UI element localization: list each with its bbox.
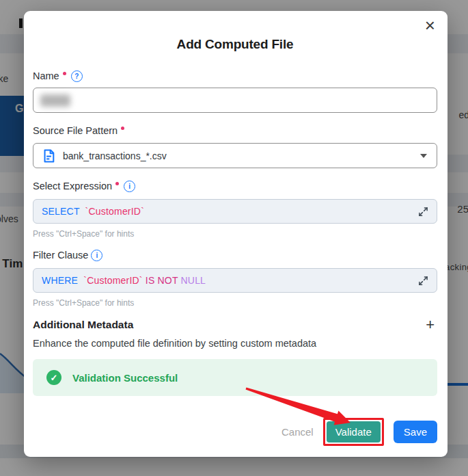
source-pattern-label: Source File Pattern <box>33 125 118 136</box>
close-icon[interactable]: × <box>425 16 435 34</box>
source-pattern-value: bank_transactions_*.csv <box>63 150 420 161</box>
chevron-down-icon <box>420 154 427 158</box>
annotation-highlight-box: Validate <box>323 418 384 446</box>
select-expression-code[interactable]: SELECT `CustomerID` <box>42 206 418 217</box>
filter-clause-label: Filter Clause <box>33 250 88 261</box>
validation-message: Validation Successful <box>72 372 178 384</box>
select-expression-label-row: Select Expression i <box>33 180 437 192</box>
info-icon[interactable]: i <box>124 181 135 192</box>
info-icon[interactable]: i <box>91 250 102 261</box>
validation-success-banner: ✓ Validation Successful <box>33 359 437 396</box>
required-dot-icon <box>121 127 124 130</box>
required-dot-icon <box>63 72 66 75</box>
name-input[interactable] <box>33 88 437 113</box>
select-expression-hint: Press "Ctrl+Space" for hints <box>33 229 437 239</box>
dialog-title: Add Computed File <box>33 11 437 52</box>
select-expression-editor[interactable]: SELECT `CustomerID` <box>33 199 437 224</box>
additional-metadata-description: Enhance the computed file definition by … <box>33 338 437 349</box>
select-expression-label: Select Expression <box>33 181 112 191</box>
filter-clause-editor[interactable]: WHERE `CustomerID` IS NOT NULL <box>33 268 437 293</box>
name-label-row: Name ? <box>33 70 437 82</box>
source-pattern-label-row: Source File Pattern <box>33 124 437 137</box>
source-pattern-select[interactable]: bank_transactions_*.csv <box>33 143 437 168</box>
cancel-button[interactable]: Cancel <box>281 426 314 438</box>
check-circle-icon: ✓ <box>46 370 61 385</box>
dialog-footer: Cancel Validate Save <box>33 418 437 446</box>
name-label: Name <box>33 70 59 81</box>
add-computed-file-dialog: × Add Computed File Name ? Source File P… <box>24 11 448 457</box>
help-icon[interactable]: ? <box>71 70 83 82</box>
filter-clause-code[interactable]: WHERE `CustomerID` IS NOT NULL <box>42 275 418 286</box>
additional-metadata-header: Additional Metadata + <box>33 317 437 332</box>
validate-button[interactable]: Validate <box>327 421 381 442</box>
required-dot-icon <box>115 182 119 185</box>
expand-icon[interactable] <box>418 276 428 286</box>
save-button[interactable]: Save <box>394 421 437 443</box>
filter-clause-label-row: Filter Clause i <box>33 249 437 261</box>
filter-clause-hint: Press "Ctrl+Space" for hints <box>33 298 437 308</box>
expand-icon[interactable] <box>418 207 428 217</box>
file-text-icon <box>43 149 55 163</box>
redacted-name-value <box>40 94 70 107</box>
additional-metadata-title: Additional Metadata <box>33 319 133 331</box>
add-metadata-icon[interactable]: + <box>426 317 435 332</box>
